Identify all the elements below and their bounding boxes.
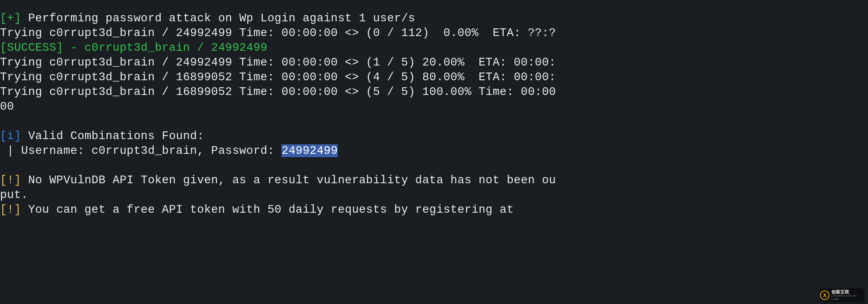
cred-label: | Username: c0rrupt3d_brain, Password:: [0, 144, 281, 157]
info-text: Valid Combinations Found:: [21, 130, 204, 142]
plus-text: Performing password attack on Wp Login a…: [21, 12, 415, 25]
watermark-brand: 创新互联: [832, 290, 864, 294]
line-success: [SUCCESS] - c0rrupt3d_brain / 24992499: [0, 41, 267, 54]
warn-text-1: No WPVulnDB API Token given, as a result…: [21, 174, 556, 187]
watermark-sub: CHUANG XIN HU LIAN: [832, 294, 864, 301]
line-attempt-1: Trying c0rrupt3d_brain / 24992499 Time: …: [0, 56, 556, 69]
watermark-badge: X 创新互联 CHUANG XIN HU LIAN: [820, 289, 864, 302]
warn-prefix-1: [!]: [0, 174, 21, 187]
line-attempt-0: Trying c0rrupt3d_brain / 24992499 Time: …: [0, 26, 556, 39]
line-warn-2: [!] You can get a free API token with 50…: [0, 203, 514, 216]
line-info-header: [i] Valid Combinations Found:: [0, 130, 204, 142]
info-prefix: [i]: [0, 130, 21, 142]
watermark-logo-icon: X: [820, 290, 829, 300]
line-attempt-3: Trying c0rrupt3d_brain / 16899052 Time: …: [0, 85, 556, 98]
warn-text-2: You can get a free API token with 50 dai…: [21, 203, 514, 216]
line-attempt-2: Trying c0rrupt3d_brain / 16899052 Time: …: [0, 71, 556, 84]
warn-prefix-2: [!]: [0, 203, 21, 216]
plus-prefix: [+]: [0, 12, 21, 25]
line-credentials: | Username: c0rrupt3d_brain, Password: 2…: [0, 144, 338, 157]
selected-password[interactable]: 24992499: [281, 144, 338, 157]
line-warn-1-wrap: put.: [0, 188, 28, 201]
terminal-output[interactable]: [+] Performing password attack on Wp Log…: [0, 0, 868, 217]
line-status-plus: [+] Performing password attack on Wp Log…: [0, 12, 415, 25]
line-warn-1: [!] No WPVulnDB API Token given, as a re…: [0, 174, 556, 187]
line-attempt-3-wrap: 00: [0, 100, 14, 113]
